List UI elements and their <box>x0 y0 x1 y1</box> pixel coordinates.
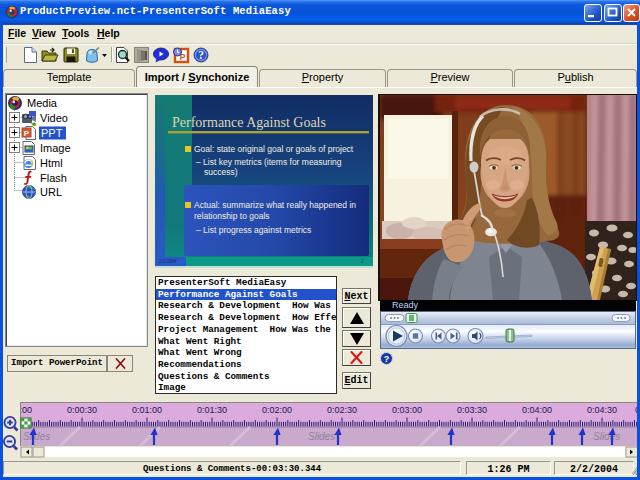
svg-text:PPT: PPT <box>41 127 63 139</box>
svg-text:Html: Html <box>40 157 63 169</box>
svg-text:relationship to goals: relationship to goals <box>194 211 270 221</box>
svg-text:success): success) <box>204 167 238 177</box>
svg-text:0:00:30: 0:00:30 <box>67 405 97 415</box>
svg-text:Actual: summarize what really: Actual: summarize what really happened i… <box>194 200 356 210</box>
svg-text:0:01:00: 0:01:00 <box>132 405 162 415</box>
svg-text:0:02:30: 0:02:30 <box>327 405 357 415</box>
svg-text:0:04:00: 0:04:00 <box>522 405 552 415</box>
svg-text:Goal: state original goal or g: Goal: state original goal or goals of pr… <box>194 144 354 154</box>
svg-text:URL: URL <box>40 186 62 198</box>
svg-text:0:01:30: 0:01:30 <box>197 405 227 415</box>
svg-text:0:03:30: 0:03:30 <box>457 405 487 415</box>
svg-text:Flash: Flash <box>40 172 67 184</box>
svg-text:0:03:00: 0:03:00 <box>392 405 422 415</box>
svg-text:0:02:00: 0:02:00 <box>262 405 292 415</box>
svg-text:Slides: Slides <box>23 431 50 442</box>
svg-text:0:00:00: 0:00:00 <box>2 405 32 415</box>
svg-text:2: 2 <box>360 259 364 264</box>
svg-text:P: P <box>24 129 30 138</box>
svg-text:Slides: Slides <box>593 431 620 442</box>
svg-text:Performance Against Goals: Performance Against Goals <box>172 115 326 130</box>
svg-text:0:04:30: 0:04:30 <box>587 405 617 415</box>
svg-text:Video: Video <box>40 112 68 124</box>
svg-text:2/2/2004: 2/2/2004 <box>158 259 177 264</box>
svg-text:– List key metrics (items for: – List key metrics (items for measuring <box>196 157 342 167</box>
svg-text:Media: Media <box>27 97 58 109</box>
svg-text:?: ? <box>198 49 204 61</box>
svg-text:Image: Image <box>40 142 71 154</box>
svg-text:– List progress against metric: – List progress against metrics <box>196 225 311 235</box>
svg-text:?: ? <box>384 354 390 364</box>
svg-text:Slides: Slides <box>308 431 335 442</box>
